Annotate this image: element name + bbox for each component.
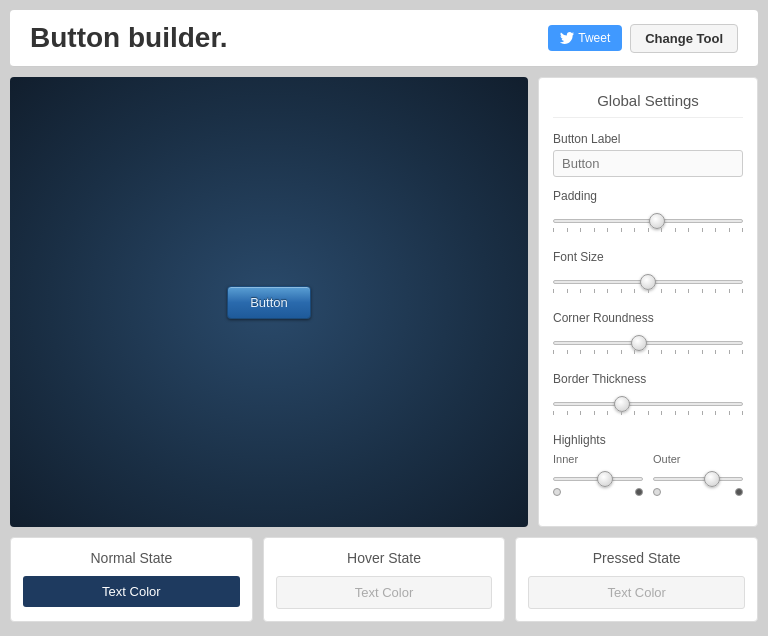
normal-text-color-button[interactable]: Text Color [23,576,240,607]
header-actions: Tweet Change Tool [548,24,738,53]
outer-highlight-slider[interactable] [653,477,743,481]
change-tool-button[interactable]: Change Tool [630,24,738,53]
font-size-label: Font Size [553,250,743,264]
pressed-state-card: Pressed State Text Color [515,537,758,622]
tweet-button[interactable]: Tweet [548,25,622,51]
pressed-state-title: Pressed State [528,550,745,566]
main-content: Button Global Settings Button Label Padd… [10,77,758,527]
border-thickness-group: Border Thickness [553,372,743,421]
settings-title: Global Settings [553,92,743,118]
hover-state-card: Hover State Text Color [263,537,506,622]
inner-highlight-item: Inner [553,453,643,496]
corner-roundness-slider[interactable] [553,341,743,345]
border-thickness-slider-container [553,390,743,421]
padding-label: Padding [553,189,743,203]
settings-panel: Global Settings Button Label Padding Fon… [538,77,758,527]
button-label-label: Button Label [553,132,743,146]
font-size-slider-container [553,268,743,299]
corner-roundness-slider-container [553,329,743,360]
inner-highlight-label: Inner [553,453,643,465]
outer-highlight-item: Outer [653,453,743,496]
twitter-icon [560,32,574,44]
padding-slider[interactable] [553,219,743,223]
tweet-label: Tweet [578,31,610,45]
header: Button builder. Tweet Change Tool [10,10,758,67]
border-thickness-slider[interactable] [553,402,743,406]
padding-slider-container [553,207,743,238]
button-label-group: Button Label [553,132,743,177]
font-size-group: Font Size [553,250,743,299]
hover-state-title: Hover State [276,550,493,566]
bottom-states: Normal State Text Color Hover State Text… [10,537,758,622]
corner-roundness-group: Corner Roundness [553,311,743,360]
padding-group: Padding [553,189,743,238]
highlights-section: Highlights Inner Outer [553,433,743,496]
button-label-input[interactable] [553,150,743,177]
app-title: Button builder. [30,22,228,54]
inner-dot-left [553,488,561,496]
canvas-area: Button [10,77,528,527]
normal-state-title: Normal State [23,550,240,566]
border-thickness-label: Border Thickness [553,372,743,386]
highlights-row: Inner Outer [553,453,743,496]
normal-state-card: Normal State Text Color [10,537,253,622]
font-size-slider[interactable] [553,280,743,284]
hover-text-color-button[interactable]: Text Color [276,576,493,609]
inner-highlight-slider[interactable] [553,477,643,481]
outer-dot-right [735,488,743,496]
corner-roundness-label: Corner Roundness [553,311,743,325]
highlights-label: Highlights [553,433,743,447]
outer-highlight-label: Outer [653,453,743,465]
inner-dot-right [635,488,643,496]
outer-dot-left [653,488,661,496]
preview-button[interactable]: Button [227,286,311,319]
pressed-text-color-button[interactable]: Text Color [528,576,745,609]
